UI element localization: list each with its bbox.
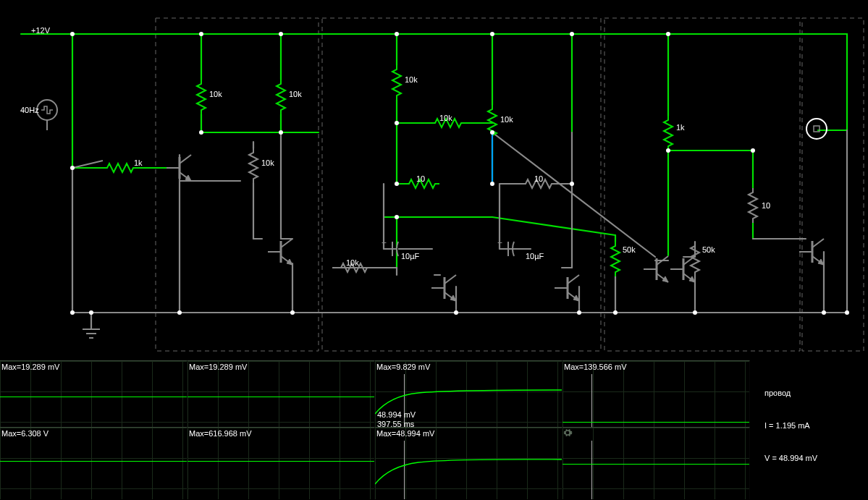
wires-lo	[72, 130, 847, 329]
svg-point-28	[490, 130, 494, 135]
svg-point-32	[570, 182, 574, 186]
scope-8[interactable]	[562, 427, 750, 499]
gear-icon[interactable]	[562, 428, 573, 438]
switch-arm[interactable]	[72, 161, 103, 168]
svg-point-31	[395, 215, 399, 219]
scope-1[interactable]: Max=19.289 mV	[0, 360, 187, 427]
svg-text:+: +	[382, 238, 387, 248]
scope-7-max: Max=48.994 mV	[376, 429, 434, 438]
svg-point-33	[666, 148, 670, 153]
scope-2-max: Max=19.289 mV	[189, 363, 247, 371]
svg-point-35	[70, 310, 75, 315]
svg-point-37	[177, 310, 182, 315]
probe-name: провод	[764, 388, 817, 399]
svg-point-18	[199, 32, 203, 36]
npn-q1[interactable]	[167, 155, 191, 181]
probe-current: I = 1.195 mA	[764, 420, 817, 431]
npn-q4[interactable]	[555, 275, 579, 301]
scope-1-max: Max=19.289 mV	[1, 363, 59, 371]
svg-point-27	[395, 121, 399, 125]
npn-q6[interactable]	[670, 256, 695, 282]
probe-readout: провод I = 1.195 mA V = 48.994 mV	[764, 366, 817, 475]
npn-q2[interactable]	[268, 239, 292, 265]
resistor-r8[interactable]	[405, 179, 439, 188]
scope-7[interactable]: Max=48.994 mV	[375, 427, 562, 499]
ground-symbol	[83, 329, 100, 338]
square-wave-icon	[41, 106, 53, 114]
scope-5[interactable]: Max=6.308 V	[0, 427, 187, 499]
svg-point-41	[613, 310, 618, 315]
svg-rect-7	[604, 18, 800, 351]
npn-q3[interactable]	[431, 275, 456, 301]
npn-q7[interactable]	[799, 239, 824, 265]
svg-text:+: +	[497, 238, 502, 248]
svg-point-20	[395, 32, 399, 36]
resistor-r11[interactable]	[611, 242, 620, 276]
resistor-r3[interactable]	[277, 80, 285, 114]
scope-3-max: Max=9.829 mV	[376, 363, 430, 371]
junction-dots	[70, 32, 849, 315]
svg-point-42	[693, 310, 697, 315]
svg-point-40	[577, 310, 581, 315]
svg-point-21	[490, 32, 494, 36]
resistor-r1[interactable]	[103, 164, 138, 172]
svg-point-38	[290, 310, 295, 315]
scope-4-max: Max=139.566 mV	[564, 363, 627, 371]
resistor-r14[interactable]	[749, 188, 757, 223]
svg-point-39	[454, 310, 458, 315]
scope-probe[interactable]	[806, 119, 827, 139]
scope-2[interactable]: Max=19.289 mV	[187, 360, 375, 427]
svg-point-26	[279, 130, 283, 135]
svg-point-30	[395, 182, 399, 186]
schematic-canvas[interactable]: + +	[0, 0, 868, 358]
scope-4[interactable]: Max=139.566 mV	[562, 360, 750, 427]
scope-5-max: Max=6.308 V	[1, 429, 49, 438]
probe-voltage: V = 48.994 mV	[764, 453, 817, 464]
scope-6[interactable]: Max=616.968 mV	[187, 427, 375, 499]
wires-hi	[21, 34, 847, 268]
circuit-simulator[interactable]: + + +12	[0, 0, 868, 500]
svg-point-44	[845, 310, 849, 315]
resistor-r4[interactable]	[249, 148, 258, 183]
svg-point-25	[199, 130, 203, 135]
svg-point-36	[89, 310, 93, 315]
svg-point-34	[751, 148, 755, 153]
scope-3[interactable]: Max=9.829 mV 48.994 mV 397.55 ms	[375, 360, 562, 427]
scope-6-max: Max=616.968 mV	[189, 429, 252, 438]
svg-point-23	[666, 32, 670, 36]
svg-rect-8	[802, 18, 864, 351]
svg-point-17	[70, 32, 75, 36]
svg-point-22	[570, 32, 574, 36]
svg-point-43	[822, 310, 826, 315]
resistor-r2[interactable]	[197, 80, 206, 114]
resistor-r6[interactable]	[431, 119, 465, 127]
svg-point-24	[70, 166, 75, 170]
resistor-r13[interactable]	[664, 116, 673, 151]
svg-point-19	[279, 32, 283, 36]
resistor-r9[interactable]	[521, 179, 556, 188]
svg-point-29	[490, 182, 494, 186]
resistor-r5[interactable]	[392, 65, 401, 100]
